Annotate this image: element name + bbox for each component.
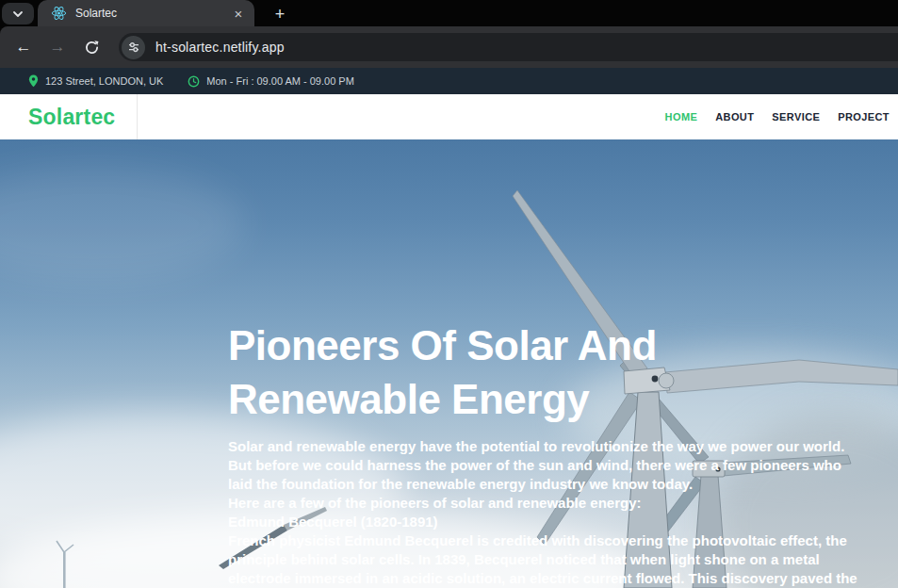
hero-title-line: Renewable Energy [228,372,657,426]
map-pin-icon [28,74,39,88]
react-favicon-icon [51,6,67,21]
hours-info: Mon - Fri : 09.00 AM - 09.00 PM [188,75,354,88]
tab-strip: Solartec × + [0,0,898,26]
hero-paragraph-line: electrode immersed in an acidic solution… [228,569,857,588]
hero-paragraph-line: But before we could harness the power of… [228,456,857,475]
tab-title: Solartec [75,7,230,20]
url-text[interactable]: ht-solartec.netlify.app [155,40,285,55]
hero-section: Pioneers Of Solar AndRenewable Energy So… [0,139,898,588]
hours-text: Mon - Fri : 09.00 AM - 09.00 PM [206,75,354,87]
site-header: Solartec HOMEABOUTSERVICEPROJECT [0,94,898,139]
chevron-down-icon [12,10,24,18]
new-tab-button[interactable]: + [267,3,293,24]
hero-paragraph: Solar and renewable energy have the pote… [228,437,857,588]
site-info-button[interactable] [122,36,145,59]
hero-paragraph-line: laid the foundation for the renewable en… [228,475,857,494]
nav-item-project[interactable]: PROJECT [838,111,890,122]
hero-title: Pioneers Of Solar AndRenewable Energy [228,318,657,426]
tab-search-button[interactable] [2,3,34,24]
nav-item-home[interactable]: HOME [665,111,698,122]
site-topbar: 123 Street, LONDON, UK Mon - Fri : 09.00… [0,68,898,94]
browser-tab[interactable]: Solartec × [38,0,254,26]
hero-paragraph-line: principle behind solar cells. In 1839, B… [228,550,857,569]
forward-button[interactable]: → [43,33,72,61]
address-text: 123 Street, LONDON, UK [45,75,163,87]
hero-paragraph-line: French physicist Edmund Becquerel is cre… [228,531,857,550]
address-info: 123 Street, LONDON, UK [28,74,163,88]
header-divider [137,94,138,139]
address-bar[interactable]: ht-solartec.netlify.app [119,33,898,61]
back-button[interactable]: ← [9,33,38,61]
reload-icon [84,40,100,56]
browser-toolbar: ← → ht-solartec.netlify.app [0,26,898,68]
reload-button[interactable] [77,33,106,61]
main-nav: HOMEABOUTSERVICEPROJECT [665,111,898,122]
hero-paragraph-line: Here are a few of the pioneers of solar … [228,494,857,513]
hero-title-line: Pioneers Of Solar And [228,318,657,372]
hero-paragraph-line: Edmund Becquerel (1820-1891) [228,513,857,531]
hero-paragraph-line: Solar and renewable energy have the pote… [228,437,857,456]
tab-close-button[interactable]: × [230,5,247,22]
tune-icon [127,41,140,54]
nav-item-service[interactable]: SERVICE [772,111,820,122]
browser-window: Solartec × + ← → ht-solartec.netlify.a [0,0,898,588]
clock-icon [188,75,200,88]
nav-item-about[interactable]: ABOUT [715,111,754,122]
site-logo[interactable]: Solartec [0,105,137,130]
